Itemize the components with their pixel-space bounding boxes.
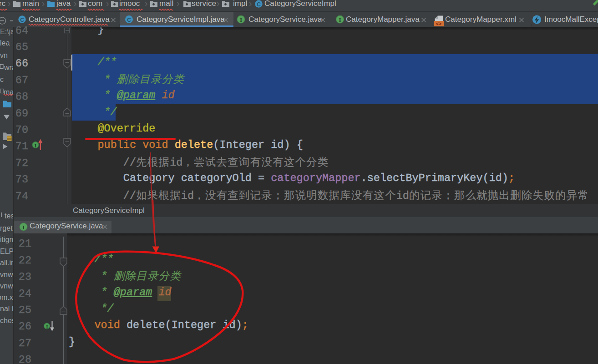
svg-text:<>: <> [436,22,441,27]
svg-text:I: I [240,17,242,23]
svg-text:C: C [127,17,131,23]
svg-text:C: C [257,1,261,8]
svg-text:I: I [22,224,25,231]
svg-text:I: I [339,17,341,23]
svg-text:C: C [20,17,24,23]
svg-text:I: I [35,143,36,148]
svg-text:I: I [46,324,48,329]
